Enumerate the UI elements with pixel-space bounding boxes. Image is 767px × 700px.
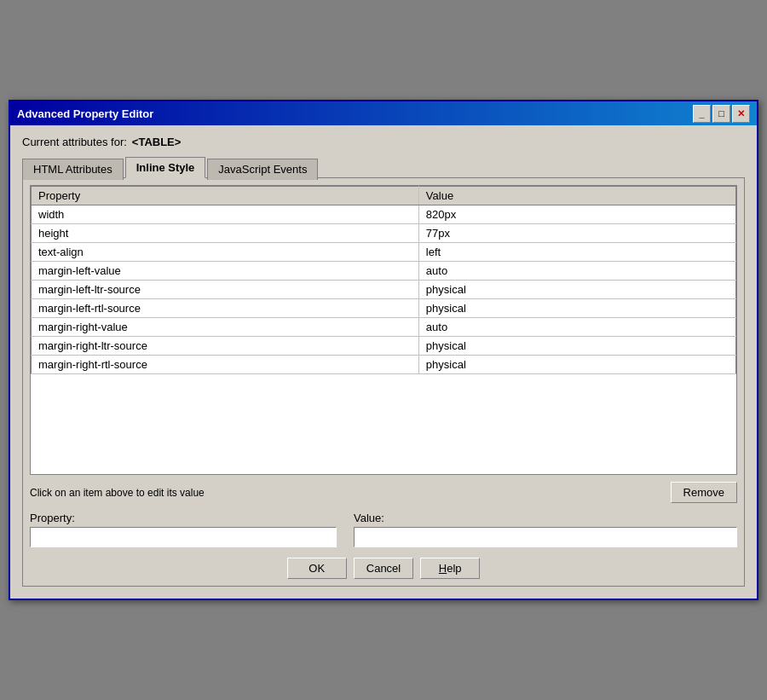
table-row[interactable]: margin-right-value auto [32,318,736,337]
help-underline: Help [439,562,462,575]
table-row[interactable]: height 77px [32,224,736,243]
property-cell: margin-right-rtl-source [32,356,419,374]
cancel-button[interactable]: Cancel [354,558,413,579]
property-table-container[interactable]: Property Value width 820px height 77px t… [30,185,737,475]
action-buttons: OK Cancel Help [30,558,737,579]
property-cell: margin-left-value [32,262,419,281]
property-label: Property: [30,512,337,524]
table-row[interactable]: margin-left-ltr-source physical [32,281,736,299]
help-button[interactable]: Help [420,558,480,579]
table-row[interactable]: margin-left-value auto [32,262,736,281]
property-cell: margin-right-value [32,318,419,337]
value-cell: physical [418,299,735,318]
advanced-property-editor-window: Advanced Property Editor _ □ ✕ Current a… [9,100,758,600]
col-header-value: Value [418,187,735,205]
tab-html-attributes[interactable]: HTML Attributes [22,159,124,180]
ok-button[interactable]: OK [287,558,347,579]
value-cell: physical [418,337,735,356]
tab-javascript-events[interactable]: JavaScript Events [207,159,318,180]
table-row[interactable]: margin-right-ltr-source physical [32,337,736,356]
title-bar-text: Advanced Property Editor [17,107,153,120]
close-button[interactable]: ✕ [732,105,750,123]
value-cell: 820px [418,205,735,224]
table-row[interactable]: margin-left-rtl-source physical [32,299,736,318]
table-row[interactable]: width 820px [32,205,736,224]
edit-hint-text: Click on an item above to edit its value [30,487,205,499]
value-cell: left [418,243,735,262]
title-controls: _ □ ✕ [693,105,750,123]
property-cell: width [32,205,419,224]
property-cell: margin-left-rtl-source [32,299,419,318]
minimize-button[interactable]: _ [693,105,711,123]
content-area: Property Value width 820px height 77px t… [22,177,745,587]
value-label: Value: [354,512,737,524]
property-field-group: Property: [30,512,337,547]
remove-button[interactable]: Remove [671,482,737,503]
property-value-row: Property: Value: [30,512,737,547]
value-cell: auto [418,318,735,337]
property-input[interactable] [30,527,337,547]
value-input[interactable] [354,527,737,547]
table-row[interactable]: margin-right-rtl-source physical [32,356,736,374]
tabs: HTML Attributes Inline Style JavaScript … [22,157,745,178]
property-cell: margin-right-ltr-source [32,337,419,356]
title-bar: Advanced Property Editor _ □ ✕ [10,101,757,125]
property-cell: margin-left-ltr-source [32,281,419,299]
maximize-button[interactable]: □ [712,105,730,123]
tab-inline-style[interactable]: Inline Style [125,157,206,178]
value-cell: physical [418,281,735,299]
value-field-group: Value: [354,512,737,547]
property-table: Property Value width 820px height 77px t… [31,186,736,374]
value-cell: physical [418,356,735,374]
edit-hint-row: Click on an item above to edit its value… [30,482,737,503]
col-header-property: Property [32,187,419,205]
table-row[interactable]: text-align left [32,243,736,262]
current-attrs-value: <TABLE> [132,136,182,148]
window-body: Current attributes for: <TABLE> HTML Att… [10,125,757,599]
property-cell: height [32,224,419,243]
current-attrs-row: Current attributes for: <TABLE> [22,136,745,148]
current-attrs-label: Current attributes for: [22,136,127,148]
property-cell: text-align [32,243,419,262]
window-title: Advanced Property Editor [17,107,153,120]
value-cell: auto [418,262,735,281]
value-cell: 77px [418,224,735,243]
